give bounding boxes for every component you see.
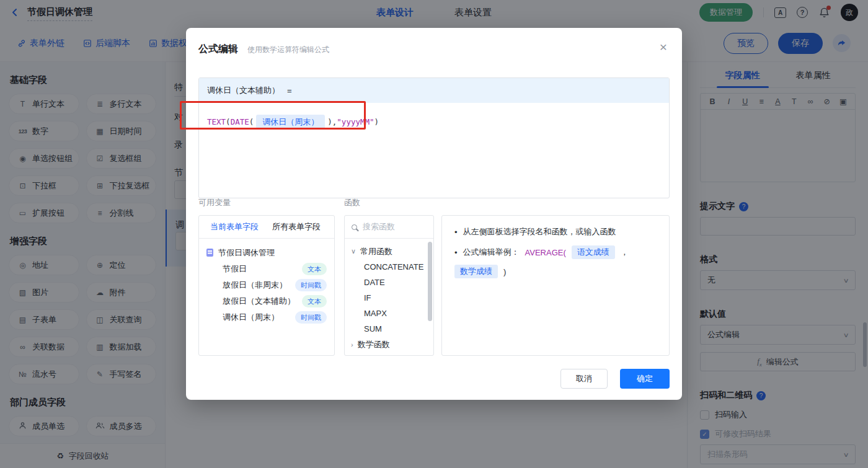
function-item[interactable]: IF (345, 290, 433, 306)
variable-field-row[interactable]: 放假日（文本辅助） 文本 (206, 293, 327, 309)
equals-sign: = (287, 86, 292, 95)
function-list-scrollbar[interactable] (428, 242, 432, 321)
function-group-common[interactable]: ∨ 常用函数 (345, 244, 433, 259)
formula-field-token[interactable]: 调休日（周末） (256, 115, 325, 129)
function-item[interactable]: CONCATENATE (345, 259, 433, 275)
formula-function: TEXT (207, 117, 226, 126)
function-search-box[interactable]: 搜索函数 (345, 216, 433, 239)
functions-panel: 搜索函数 ∨ 常用函数 CONCATENATE DATE IF MAPX SUM… (344, 215, 434, 356)
variables-label: 可用变量 (198, 197, 231, 208)
variable-field-row[interactable]: 调休日（周末） 时间戳 (206, 309, 327, 325)
confirm-button[interactable]: 确定 (620, 369, 670, 389)
cancel-button[interactable]: 取消 (560, 369, 608, 389)
function-group-text[interactable]: › 文本函数 (345, 352, 433, 356)
chevron-right-icon: › (351, 341, 353, 348)
function-list: ∨ 常用函数 CONCATENATE DATE IF MAPX SUM › 数学… (345, 239, 433, 356)
field-type-badge: 文本 (302, 263, 327, 275)
variables-tree: 节假日调休管理 节假日 文本 放假日（非周末） 时间戳 放假日（文本辅助） 文本… (199, 239, 334, 331)
form-doc-icon (206, 249, 213, 257)
field-type-badge: 时间戳 (295, 311, 327, 324)
function-search-placeholder: 搜索函数 (363, 221, 395, 232)
chevron-down-icon: ∨ (351, 247, 356, 255)
function-group-math[interactable]: › 数学函数 (345, 337, 433, 352)
tab-all-form-fields[interactable]: 所有表单字段 (272, 221, 321, 232)
function-item[interactable]: DATE (345, 275, 433, 290)
example-function: AVERAGE( (525, 248, 566, 257)
variable-field-row[interactable]: 放假日（非周末） 时间戳 (206, 277, 327, 293)
functions-label: 函数 (344, 197, 360, 208)
example-field-token: 数学成绩 (454, 265, 498, 278)
variables-panel: 当前表单字段 所有表单字段 节假日调休管理 节假日 文本 放假日（非周末） 时间… (198, 215, 335, 356)
form-node[interactable]: 节假日调休管理 (206, 244, 327, 261)
function-item[interactable]: MAPX (345, 306, 433, 321)
formula-function: DATE (231, 117, 249, 126)
field-type-badge: 时间戳 (295, 279, 327, 291)
formula-target-bar: 调休日（文本辅助） = (199, 78, 669, 103)
formula-string-literal: "yyyyMM" (337, 117, 374, 126)
formula-input-area[interactable]: TEXT(DATE(调休日（周末）),"yyyyMM") (199, 103, 669, 141)
modal-footer: 取消 确定 (560, 369, 670, 389)
help-tip-2: • 公式编辑举例： AVERAGE( 语文成绩 ， 数学成绩 ) (454, 245, 657, 278)
modal-header: 公式编辑 使用数学运算符编辑公式 (186, 28, 682, 56)
variable-field-row[interactable]: 节假日 文本 (206, 261, 327, 277)
tab-current-form-fields[interactable]: 当前表单字段 (210, 221, 259, 232)
example-field-token: 语文成绩 (572, 245, 615, 259)
modal-subtitle: 使用数学运算符编辑公式 (247, 45, 329, 55)
field-type-badge: 文本 (302, 295, 327, 307)
close-icon[interactable]: × (660, 40, 667, 53)
formula-target-field: 调休日（文本辅助） (207, 85, 280, 96)
help-tip-1: • 从左侧面板选择字段名和函数，或输入函数 (454, 226, 657, 237)
function-item[interactable]: SUM (345, 321, 433, 337)
formula-help-panel: • 从左侧面板选择字段名和函数，或输入函数 • 公式编辑举例： AVERAGE(… (441, 215, 670, 356)
form-designer-app: 节假日调休管理 表单设计 表单设置 数据管理 A ? 政 表单外链 后 (0, 0, 868, 468)
modal-title: 公式编辑 (198, 43, 238, 56)
formula-editor: 调休日（文本辅助） = TEXT(DATE(调休日（周末）),"yyyyMM") (198, 77, 670, 198)
search-icon (352, 224, 357, 230)
variables-tabs: 当前表单字段 所有表单字段 (199, 216, 334, 239)
formula-edit-modal: 公式编辑 使用数学运算符编辑公式 × 调休日（文本辅助） = TEXT(DATE… (186, 28, 682, 400)
